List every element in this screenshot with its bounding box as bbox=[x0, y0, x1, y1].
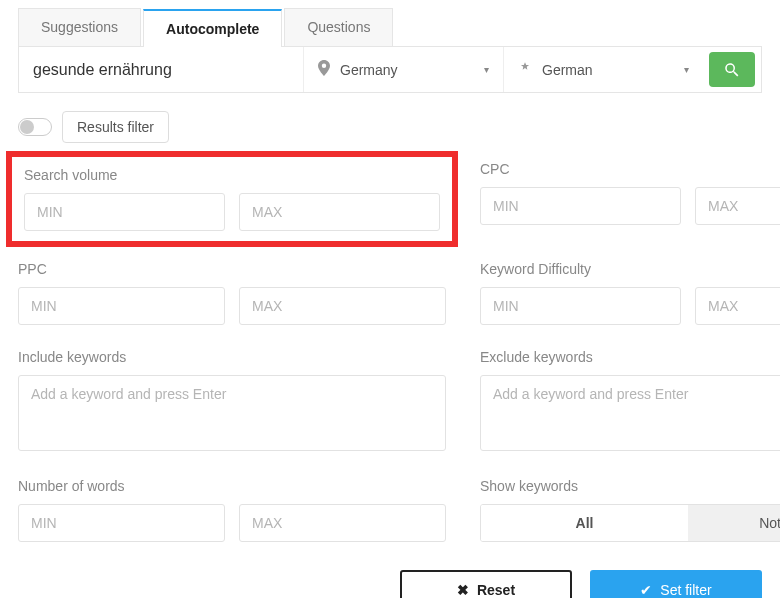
country-dropdown[interactable]: Germany ▾ bbox=[303, 47, 503, 92]
check-icon: ✔ bbox=[640, 582, 652, 598]
set-filter-button[interactable]: ✔ Set filter bbox=[590, 570, 762, 598]
country-label: Germany bbox=[340, 62, 398, 78]
keyword-input[interactable] bbox=[19, 47, 303, 92]
results-filter-row: Results filter bbox=[18, 111, 762, 143]
results-filter-button[interactable]: Results filter bbox=[62, 111, 169, 143]
results-filter-toggle[interactable] bbox=[18, 118, 52, 136]
action-row: ✖ Reset ✔ Set filter bbox=[18, 570, 762, 598]
exclude-keywords-group: Exclude keywords bbox=[480, 349, 780, 454]
search-volume-group: Search volume bbox=[6, 151, 458, 247]
reset-button[interactable]: ✖ Reset bbox=[400, 570, 572, 598]
include-keywords-label: Include keywords bbox=[18, 349, 446, 365]
set-filter-label: Set filter bbox=[660, 582, 711, 598]
show-keywords-segment: All Not in lists bbox=[480, 504, 780, 542]
search-bar: Germany ▾ German ▾ bbox=[18, 47, 762, 93]
location-icon bbox=[318, 60, 330, 79]
exclude-keywords-input[interactable] bbox=[480, 375, 780, 451]
search-volume-label: Search volume bbox=[24, 167, 440, 183]
translate-icon bbox=[518, 61, 532, 78]
tab-questions[interactable]: Questions bbox=[284, 8, 393, 46]
show-keywords-all[interactable]: All bbox=[481, 505, 688, 541]
words-max[interactable] bbox=[239, 504, 446, 542]
tabs: Suggestions Autocomplete Questions bbox=[18, 8, 762, 47]
reset-label: Reset bbox=[477, 582, 515, 598]
kd-min[interactable] bbox=[480, 287, 681, 325]
language-label: German bbox=[542, 62, 593, 78]
include-keywords-group: Include keywords bbox=[18, 349, 446, 454]
search-button[interactable] bbox=[709, 52, 755, 87]
ppc-min[interactable] bbox=[18, 287, 225, 325]
ppc-group: PPC bbox=[18, 261, 446, 325]
ppc-max[interactable] bbox=[239, 287, 446, 325]
number-of-words-group: Number of words bbox=[18, 478, 446, 542]
show-keywords-group: Show keywords All Not in lists bbox=[480, 478, 780, 542]
tab-suggestions[interactable]: Suggestions bbox=[18, 8, 141, 46]
tab-autocomplete[interactable]: Autocomplete bbox=[143, 9, 282, 47]
show-keywords-not-in-lists[interactable]: Not in lists bbox=[688, 505, 780, 541]
kd-max[interactable] bbox=[695, 287, 780, 325]
search-volume-min[interactable] bbox=[24, 193, 225, 231]
chevron-down-icon: ▾ bbox=[484, 64, 489, 75]
show-keywords-label: Show keywords bbox=[480, 478, 780, 494]
search-volume-max[interactable] bbox=[239, 193, 440, 231]
search-icon bbox=[723, 61, 741, 79]
exclude-keywords-label: Exclude keywords bbox=[480, 349, 780, 365]
cpc-min[interactable] bbox=[480, 187, 681, 225]
words-min[interactable] bbox=[18, 504, 225, 542]
language-dropdown[interactable]: German ▾ bbox=[503, 47, 703, 92]
cpc-label: CPC bbox=[480, 161, 780, 177]
chevron-down-icon: ▾ bbox=[684, 64, 689, 75]
cpc-max[interactable] bbox=[695, 187, 780, 225]
number-of-words-label: Number of words bbox=[18, 478, 446, 494]
cpc-group: CPC bbox=[480, 161, 780, 237]
kd-group: Keyword Difficulty bbox=[480, 261, 780, 325]
close-icon: ✖ bbox=[457, 582, 469, 598]
include-keywords-input[interactable] bbox=[18, 375, 446, 451]
filters-grid: Search volume CPC PPC Keyword Difficulty… bbox=[18, 161, 762, 542]
kd-label: Keyword Difficulty bbox=[480, 261, 780, 277]
ppc-label: PPC bbox=[18, 261, 446, 277]
